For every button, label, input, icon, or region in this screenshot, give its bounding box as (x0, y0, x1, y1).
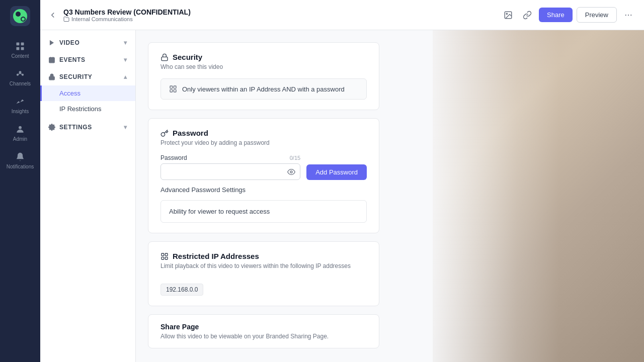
more-options-button[interactable] (621, 8, 636, 23)
nav-item-access[interactable]: Access (40, 85, 135, 101)
calendar-icon (48, 56, 55, 63)
svg-rect-26 (170, 89, 173, 92)
svg-marker-16 (50, 40, 54, 46)
svg-point-15 (630, 14, 631, 15)
info-grid-icon (169, 85, 177, 93)
top-bar: Q3 Numbers Review (CONFIDENTIAL) Interna… (40, 0, 644, 30)
svg-rect-27 (174, 89, 176, 92)
back-button[interactable] (48, 11, 57, 20)
sidebar-item-notifications[interactable]: Notifications (0, 147, 40, 174)
security-title: Security (160, 53, 367, 61)
app-logo[interactable] (10, 6, 30, 26)
password-row: Password 0/15 Add Password (160, 154, 367, 180)
svg-point-12 (506, 13, 507, 14)
svg-rect-1 (21, 43, 24, 46)
chevron-down-icon: ▾ (124, 39, 127, 46)
svg-point-28 (290, 171, 292, 173)
svg-point-10 (19, 126, 22, 129)
share-page-title: Share Page (160, 323, 367, 331)
add-password-button[interactable]: Add Password (306, 164, 367, 180)
image-icon (504, 11, 513, 20)
share-page-subtitle: Allow this video to be viewable on your … (160, 333, 367, 340)
svg-rect-25 (174, 86, 176, 88)
svg-point-4 (19, 71, 22, 73)
admin-icon (15, 124, 25, 134)
security-section-card: Security Who can see this video Only vie… (148, 42, 379, 110)
svg-rect-0 (17, 43, 20, 46)
svg-rect-32 (165, 257, 168, 259)
folder-icon (63, 16, 69, 22)
nav-section-security: SECURITY ▴ Access IP Restrictions (40, 68, 135, 119)
top-bar-title-block: Q3 Numbers Review (CONFIDENTIAL) Interna… (63, 8, 495, 22)
password-section-card: Password Protect your video by adding a … (148, 118, 379, 233)
svg-rect-30 (165, 253, 168, 256)
password-title: Password (160, 129, 367, 137)
svg-rect-21 (49, 76, 55, 79)
svg-point-13 (625, 14, 626, 15)
channels-icon (15, 69, 25, 79)
nav-section-security-body: Access IP Restrictions (40, 85, 135, 119)
nav-section-events-header[interactable]: EVENTS ▾ (40, 51, 135, 68)
share-page-card: Share Page Allow this video to be viewab… (148, 314, 379, 348)
chevron-down-icon: ▾ (124, 56, 127, 63)
password-field-wrap: Password 0/15 (160, 154, 300, 180)
image-button[interactable] (501, 8, 516, 23)
sidebar-item-admin[interactable]: Admin (0, 119, 40, 147)
ip-tag: 192.168.0.0 (160, 284, 203, 296)
back-icon (48, 11, 57, 20)
chevron-up-icon: ▴ (124, 73, 127, 80)
password-label: Password (160, 154, 187, 161)
key-icon (160, 129, 169, 137)
advanced-password-settings-link[interactable]: Advanced Password Settings (160, 186, 246, 194)
nav-section-video-header[interactable]: VIDEO ▾ (40, 34, 135, 51)
password-input[interactable] (160, 163, 300, 180)
nav-section-events: EVENTS ▾ (40, 51, 135, 68)
sidebar-item-insights[interactable]: Insights (0, 92, 40, 119)
password-label-row: Password 0/15 (160, 154, 300, 161)
main-content: Security Who can see this video Only vie… (136, 30, 644, 362)
sidebar: Content Channels Insights Admin Notifica… (0, 0, 40, 362)
password-subtitle: Protect your video by adding a password (160, 139, 367, 146)
nav-section-settings-header[interactable]: SETTINGS ▾ (40, 119, 135, 136)
security-subtitle: Who can see this video (160, 63, 367, 70)
page-title: Q3 Numbers Review (CONFIDENTIAL) (63, 8, 495, 16)
link-button[interactable] (520, 8, 535, 23)
ip-grid-icon (160, 252, 169, 260)
ip-title: Restricted IP Addresses (160, 252, 367, 260)
security-info-box: Only viewers within an IP Address AND wi… (160, 78, 367, 100)
svg-line-7 (18, 73, 20, 74)
svg-line-8 (20, 73, 22, 74)
chevron-down-icon: ▾ (124, 124, 127, 131)
nav-section-security-header[interactable]: SECURITY ▴ (40, 68, 135, 85)
ip-subtitle: Limit playback of this video to viewers … (160, 262, 367, 269)
main-area: Q3 Numbers Review (CONFIDENTIAL) Interna… (40, 0, 644, 362)
insights-icon (15, 97, 25, 107)
toggle-password-button[interactable] (287, 168, 295, 176)
content-icon (15, 41, 25, 51)
svg-point-14 (628, 14, 629, 15)
password-counter: 0/15 (290, 155, 300, 161)
notifications-icon (15, 152, 25, 162)
svg-rect-23 (162, 57, 168, 60)
svg-rect-24 (170, 86, 173, 88)
password-input-wrap (160, 163, 300, 180)
svg-rect-2 (17, 47, 20, 50)
breadcrumb: Internal Communications (63, 16, 495, 22)
background-image (433, 30, 644, 362)
top-bar-actions: Share Preview (501, 7, 636, 23)
sidebar-item-channels[interactable]: Channels (0, 64, 40, 92)
svg-rect-29 (162, 253, 164, 256)
preview-button[interactable]: Preview (577, 7, 617, 23)
ip-section-card: Restricted IP Addresses Limit playback o… (148, 241, 379, 306)
share-button[interactable]: Share (539, 8, 573, 22)
svg-rect-31 (162, 257, 164, 259)
settings-icon (48, 124, 55, 131)
content-area: VIDEO ▾ EVENTS ▾ (40, 30, 644, 362)
secondary-nav: VIDEO ▾ EVENTS ▾ (40, 30, 136, 362)
sidebar-item-content[interactable]: Content (0, 36, 40, 64)
nav-item-ip-restrictions[interactable]: IP Restrictions (40, 101, 135, 117)
svg-rect-3 (21, 47, 24, 50)
security-lock-icon (160, 53, 169, 61)
eye-icon (287, 168, 295, 176)
lock-icon (48, 73, 55, 80)
